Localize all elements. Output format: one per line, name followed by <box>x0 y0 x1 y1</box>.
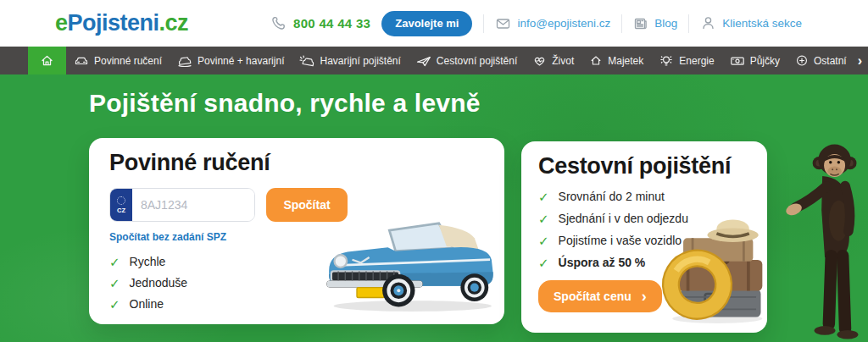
car-crash-icon <box>299 55 314 67</box>
heart-pulse-icon <box>532 54 547 67</box>
client-section-link[interactable]: Klientská sekce <box>700 15 802 31</box>
chimpanzee-image <box>785 132 866 342</box>
nav-label: Povinné ručení <box>94 55 162 67</box>
page: ePojisteni.cz 800 44 44 33 Zavolejte mi … <box>0 0 868 342</box>
nav-item-povinne-ruceni[interactable]: Povinné ručení <box>66 47 170 74</box>
hero-section: Pojištění snadno, rychle a levně Povinné… <box>0 74 868 342</box>
nav-item-havarijni[interactable]: Havarijní pojištění <box>292 47 408 74</box>
blog-text: Blog <box>654 17 677 30</box>
nav-label: Půjčky <box>750 55 780 67</box>
call-me-button[interactable]: Zavolejte mi <box>381 11 472 36</box>
check-icon: ✓ <box>538 212 549 225</box>
feature-item: ✓Úspora až 50 % <box>538 256 750 269</box>
travel-card: Cestovní pojištění ✓Srovnání do 2 minut … <box>521 141 767 333</box>
travel-card-title: Cestovní pojištění <box>538 153 750 179</box>
logo-text-tld: .cz <box>159 10 189 36</box>
travel-feature-list: ✓Srovnání do 2 minut ✓Sjednání i v den o… <box>538 190 750 269</box>
banknote-icon <box>730 55 745 67</box>
phone-number[interactable]: 800 44 44 33 <box>293 16 370 30</box>
plate-country-badge: CZ <box>110 189 132 221</box>
hero-title: Pojištění snadno, rychle a levně <box>89 89 481 118</box>
nav-item-pujcky[interactable]: Půjčky <box>722 47 787 74</box>
person-icon <box>700 15 716 31</box>
check-icon: ✓ <box>538 190 549 203</box>
nav-label: Ostatní <box>814 55 847 67</box>
nav-item-energie[interactable]: Energie <box>651 47 721 74</box>
nav-item-povinne-havarijni[interactable]: Povinné + havarijní <box>170 47 292 74</box>
feature-item: ✓Online <box>109 297 484 311</box>
envelope-icon <box>495 16 511 31</box>
client-section-text: Klientská sekce <box>722 17 802 30</box>
top-header: ePojisteni.cz 800 44 44 33 Zavolejte mi … <box>0 0 868 47</box>
nav-label: Život <box>552 55 574 67</box>
header-actions: 800 44 44 33 Zavolejte mi info@epojisten… <box>270 11 802 36</box>
check-icon: ✓ <box>109 256 120 268</box>
email-text: info@epojisteni.cz <box>517 17 610 30</box>
chevron-right-icon: › <box>642 289 647 304</box>
license-plate-field[interactable]: CZ <box>109 188 255 222</box>
divider <box>621 14 622 33</box>
nav-item-ostatni[interactable]: Ostatní <box>787 47 854 74</box>
feature-item: ✓Sjednání i v den odjezdu <box>538 212 750 225</box>
logo[interactable]: ePojisteni.cz <box>55 10 188 36</box>
nav-label: Majetek <box>608 55 643 67</box>
nav-label: Energie <box>679 55 714 67</box>
nav-item-majetek[interactable]: Majetek <box>581 47 651 74</box>
no-plate-link[interactable]: Spočítat bez zadání SPZ <box>109 231 226 243</box>
house-icon <box>589 54 603 67</box>
email-link[interactable]: info@epojisteni.cz <box>495 16 610 31</box>
check-icon: ✓ <box>538 256 549 269</box>
car-icon <box>74 55 89 67</box>
mtpl-feature-list: ✓Rychle ✓Jednoduše ✓Online <box>109 255 484 311</box>
divider <box>688 14 689 33</box>
nav-label: Havarijní pojištění <box>320 55 400 67</box>
logo-text-main: Pojisteni <box>68 10 159 36</box>
plate-country-code: CZ <box>117 207 125 214</box>
plate-row: CZ Spočítat <box>109 188 484 222</box>
nav-item-zivot[interactable]: Život <box>525 47 581 74</box>
car-plus-icon <box>177 55 192 67</box>
plane-icon <box>416 55 431 67</box>
feature-item: ✓Srovnání do 2 minut <box>538 190 750 203</box>
eu-stars-icon <box>117 196 125 205</box>
check-icon: ✓ <box>538 234 549 247</box>
phone-group: 800 44 44 33 <box>270 15 370 31</box>
nav-item-cestovni[interactable]: Cestovní pojištění <box>409 47 525 74</box>
travel-cta-button[interactable]: Spočítat cenu › <box>538 280 662 312</box>
main-nav: Povinné ručení Povinné + havarijní Havar… <box>0 47 868 74</box>
check-icon: ✓ <box>109 298 120 311</box>
blog-link[interactable]: Blog <box>633 16 677 31</box>
nav-more-chevron-icon[interactable]: › <box>854 47 865 74</box>
travel-cta-label: Spočítat cenu <box>554 290 632 303</box>
newspaper-icon <box>633 16 648 31</box>
home-icon <box>40 53 54 68</box>
feature-item: ✓Rychle <box>109 255 484 268</box>
feature-item: ✓Pojistíme i vaše vozidlo <box>538 234 750 247</box>
phone-icon <box>270 15 287 31</box>
nav-item-home[interactable] <box>28 47 66 74</box>
plus-circle-icon <box>795 54 809 67</box>
plate-number-input[interactable] <box>132 189 254 221</box>
feature-item: ✓Jednoduše <box>109 276 484 290</box>
logo-text-e: e <box>55 10 68 36</box>
nav-label: Povinné + havarijní <box>198 55 284 67</box>
mtpl-card-title: Povinné ručení <box>109 150 484 176</box>
check-icon: ✓ <box>109 277 120 290</box>
nav-label: Cestovní pojištění <box>437 55 517 67</box>
calculate-button[interactable]: Spočítat <box>266 188 348 222</box>
bulb-icon <box>659 54 674 67</box>
mtpl-card: Povinné ručení CZ Spočítat Spočítat bez … <box>89 138 504 324</box>
divider <box>483 14 484 33</box>
